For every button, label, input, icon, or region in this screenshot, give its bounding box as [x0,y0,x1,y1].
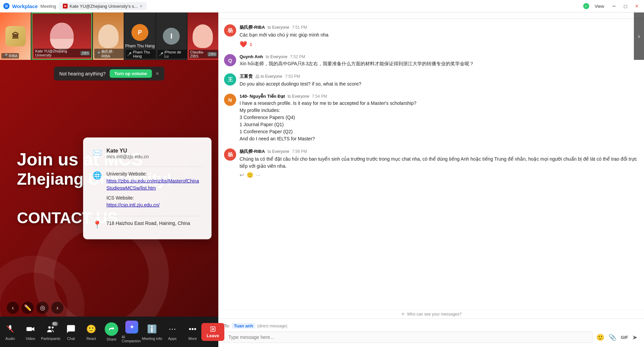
video-label-yang: 🎤 杨氏揆-RIBA [94,49,124,59]
maximize-button[interactable]: □ [621,2,629,10]
video-thumb-claudia[interactable]: Claudia-ZIBS ZIBS [188,13,218,60]
meeting-info-label: Meeting info [142,337,162,341]
time-4: 7:54 PM [312,94,327,99]
slide-back-button[interactable]: ‹ [7,302,19,314]
toolbar-meeting-info[interactable]: ℹ️ Meeting info [142,323,162,341]
react-icon: 🙂 [85,323,97,335]
toolbar-more[interactable]: ••• More [182,323,203,341]
attachment-button[interactable]: 📎 [608,332,618,342]
who-can-see-text: Who can see your messages? [407,312,462,317]
more-icon: ••• [187,323,199,335]
minimize-button[interactable]: − [610,2,619,11]
contact-card: ✉️ Kate YU mcs.intl@zju.edu.cn 🌐 Univers… [83,137,212,239]
time-5: 7:56 PM [292,149,307,154]
video-thumb-iphone[interactable]: I 🎤 iPhone de Lu [156,13,187,60]
main-content: Join us at MCS Zhejiang University! CONT… [0,60,218,317]
svg-marker-2 [32,327,34,331]
toolbar-ai-companion[interactable]: ✦ AI Companion [122,321,142,343]
chat-to-line: To: Tuan anh (direct message) [224,323,639,329]
chat-footer: To: Tuan anh (direct message) 🙂 📎 GIF ➤ [219,319,644,347]
avatar-5: 杨 [224,148,236,161]
reaction-heart-1[interactable]: ❤️ [240,41,247,48]
video-label-claudia: Claudia-ZIBS ZIBS [189,50,218,59]
tab-meeting[interactable]: M Kate YU@Zhejiang University's s... × [59,2,147,10]
slide-pencil-button[interactable]: ✏️ [22,302,34,314]
chat-message-4: N 140- Nguyễn Tiến Đạt to Everyone 7:54 … [224,94,639,142]
send-button[interactable]: ➤ [631,332,639,342]
contact-email-row: ✉️ Kate YU mcs.intl@zju.edu.cn [93,147,202,159]
turn-up-volume-button[interactable]: Turn up volume [110,69,152,78]
slide-pointer-button[interactable]: ◎ [36,302,49,314]
video-icon [24,323,36,335]
contact-name: Kate YU [106,147,149,154]
toolbar-chat[interactable]: Chat [61,323,81,341]
email-icon: ✉️ [93,148,102,157]
video-thumb-pham[interactable]: P Pham Thu Hang 🎤 Pham Thu Hang [124,13,155,60]
video-thumb-riba[interactable]: 🏛 🎤 RIBA [0,13,31,60]
svg-point-4 [52,326,54,328]
avatar-1: 杨 [224,24,236,37]
sender-4: 140- Nguyễn Tiến Đạt [240,94,285,99]
text-1: Các bạn mới vào chú ý mic giúp mình nha [240,31,328,39]
more-button-5[interactable]: ··· [256,172,261,178]
avatar-2: Q [224,54,236,66]
toolbar-leave[interactable]: Leave [203,323,223,341]
to-suffix: (direct message) [257,324,287,328]
globe-icon: 🌐 [93,171,102,180]
video-thumb-kate[interactable]: Kate YU@Zhejiang University ZIBS [31,13,92,60]
chat-messages: 杨 杨氏揆-RIBA to Everyone 7:51 PM Các bạn m… [219,19,644,309]
chat-message-5: 杨 杨氏揆-RIBA to Everyone 7:56 PM Chúng ta … [224,148,639,178]
toolbar-react[interactable]: 🙂 React [81,323,101,341]
toolbar-audio[interactable]: Audio [0,323,20,341]
reply-button-5[interactable]: ↩ [240,172,244,178]
slide-controls: ‹ ✏️ ◎ › [7,302,64,314]
gif-button[interactable]: GIF [620,334,629,341]
location-icon: 📍 [93,220,102,229]
top-bar-actions: ✓ View − □ × [583,2,641,11]
workplace-logo[interactable]: Workplace [3,2,38,10]
svg-rect-1 [26,327,32,331]
slide-forward-button[interactable]: › [51,302,64,314]
tab-close[interactable]: × [140,3,143,9]
video-label-riba: 🎤 RIBA [1,53,19,59]
toolbar-share[interactable]: Share [101,322,122,341]
leave-button[interactable]: Leave [201,323,225,341]
emoji-input-button[interactable]: 🙂 [595,332,605,342]
to-2: to Everyone [266,54,288,59]
chat-message-2: Q Quynh Anh to Everyone 7:52 PM Xin hỏi老… [224,54,639,67]
toolbar-video[interactable]: Video [20,323,41,341]
sender-5: 杨氏揆-RIBA [240,148,265,155]
bottom-toolbar: Audio Video 61 Participants [0,317,218,347]
video-label-pham: 🎤 Pham Thu Hang [126,50,155,59]
share-label: Share [106,337,116,341]
notification-text: Not hearing anything? [59,71,106,76]
ics-link[interactable]: https://csp.intl.zju.edu.cn/ [106,202,159,207]
text-2: Xin hỏi老师，我的高中GPA只8.3左右，我要准备什么方面的材料才能保证得… [240,60,474,67]
react-label: React [86,337,96,341]
text-3: Do you also accept duolingo test? if so,… [240,80,361,88]
contact-address: 718 Haizhou East Road, Haining, China [106,219,190,227]
sender-3: 王富贵 [240,73,253,79]
chat-input[interactable] [224,331,593,343]
audio-label: Audio [5,337,15,341]
text-4: I have a research profile. Is it easy fo… [240,100,416,142]
toolbar-participants[interactable]: 61 Participants [41,323,61,341]
emoji-button-5[interactable]: 🙂 [247,172,253,178]
sender-1: 杨氏揆-RIBA [240,24,265,30]
chat-input-icons: 🙂 📎 GIF ➤ [595,332,639,342]
text-5: Chúng ta có thể đặt câu hỏi cho ban tuyể… [240,156,639,170]
website-link[interactable]: https://zibs.zju.edu.cn/enzibs/MasterofC… [106,178,199,190]
toolbar-apps[interactable]: ⋯ Apps [162,323,182,341]
close-button[interactable]: × [632,2,641,11]
avatar-iphone: I [163,28,180,45]
video-next-button[interactable]: › [634,13,644,60]
who-can-see: 👁 Who can see your messages? [219,309,644,319]
video-label-kate: Kate YU@Zhejiang University ZIBS [34,49,91,57]
check-icon: ✓ [583,3,589,9]
meeting-label: Meeting [41,4,56,9]
avatar-4: N [224,94,236,106]
view-button[interactable]: View [592,3,607,10]
video-thumb-yang[interactable]: 🎤 杨氏揆-RIBA [93,13,124,60]
notification-close-button[interactable]: × [156,71,159,77]
avatar-3: 王 [224,73,236,86]
